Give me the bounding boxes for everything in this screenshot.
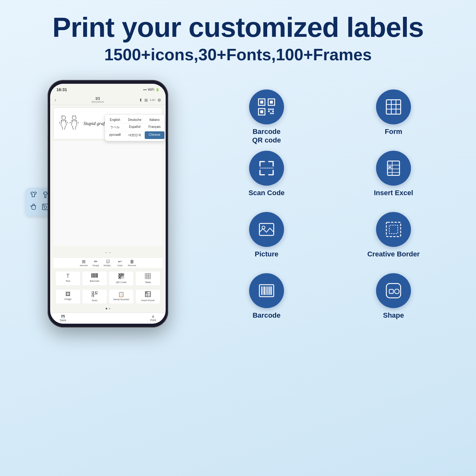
lang-english[interactable]: English xyxy=(105,116,125,123)
feature-creative-border: Creative Border xyxy=(336,212,451,267)
feature-label-scan-code: Scan Code xyxy=(248,189,285,197)
tool-barcode-label: Barcode xyxy=(90,280,99,282)
wifi-icon: WiFi xyxy=(148,88,154,91)
barcode-icon xyxy=(91,273,98,279)
svg-rect-31 xyxy=(122,278,123,278)
label-preview[interactable]: Stupid graffiti doll English Deutsche It… xyxy=(53,108,162,139)
svg-rect-78 xyxy=(266,286,266,295)
tool-barcode[interactable]: Barcode xyxy=(82,271,107,286)
feature-barcode-qr: BarcodeQR code xyxy=(209,89,324,144)
tool-serial[interactable]: 📋 Serial Number xyxy=(109,289,134,304)
barcode-qr-svg xyxy=(257,97,276,116)
feature-barcode2: Barcode xyxy=(209,273,324,328)
settings-icon[interactable]: ⚙ xyxy=(157,98,161,102)
signal-icon: ▪▪▪ xyxy=(143,88,147,91)
phone-side-btn3 xyxy=(48,139,48,150)
toolbar-empty[interactable]: ✏ Empty xyxy=(91,259,101,267)
svg-rect-81 xyxy=(269,286,271,295)
lang-japanese[interactable]: ラベル xyxy=(105,123,125,131)
toolbar-undo-label: Undo xyxy=(117,264,123,267)
tool-qrcode[interactable]: QR Code xyxy=(109,271,134,286)
feature-label-creative-border: Creative Border xyxy=(367,250,420,258)
status-icons: ▪▪▪ WiFi 🔋 xyxy=(143,88,159,91)
lang-deutsche[interactable]: Deutsche xyxy=(125,116,145,123)
lang-francais[interactable]: Français xyxy=(145,123,164,131)
feature-circle-scan-code xyxy=(249,151,284,186)
toolbar-row: ⊞ element ✏ Empty ☑ Multipli... xyxy=(53,257,162,268)
tool-excel[interactable]: Insert Excel xyxy=(135,289,161,304)
toolbar-undo[interactable]: ↩ Undo xyxy=(115,259,125,267)
toolbar-element[interactable]: ⊞ element xyxy=(79,259,89,267)
svg-rect-26 xyxy=(122,274,123,275)
copy-icon[interactable]: ⊞ xyxy=(144,98,148,102)
language-popup: English Deutsche Italiano ラベル Español Fr… xyxy=(105,114,165,141)
zoom-indicator: 1.0× xyxy=(150,98,155,102)
feature-scan-code: Scan Code xyxy=(209,151,324,206)
tool-text-label: Text xyxy=(66,280,70,282)
svg-rect-22 xyxy=(97,273,98,278)
nav-print[interactable]: 🖨 Print xyxy=(150,315,156,322)
feature-circle-shape xyxy=(376,273,411,308)
feature-label-barcode-qr: BarcodeQR code xyxy=(252,128,281,144)
svg-rect-80 xyxy=(268,286,269,295)
share-icon[interactable]: ⬆ xyxy=(139,98,142,102)
svg-rect-32 xyxy=(123,278,124,278)
toolbar-multipli[interactable]: ☑ Multipli... xyxy=(103,259,113,267)
tray-icon-shirt xyxy=(29,191,38,201)
tool-text[interactable]: T Text xyxy=(55,271,81,286)
svg-rect-65 xyxy=(387,161,400,175)
svg-rect-28 xyxy=(119,277,120,278)
feature-label-barcode2: Barcode xyxy=(253,311,281,320)
tool-image[interactable]: 🖼 Image xyxy=(55,289,81,304)
tool-scan[interactable]: Scan xyxy=(82,289,107,304)
feature-circle-picture xyxy=(249,212,284,247)
battery-icon: 🔋 xyxy=(155,88,159,91)
picture-svg xyxy=(257,220,276,239)
svg-rect-55 xyxy=(268,111,270,112)
doll-illustration xyxy=(58,114,80,133)
tools-row-1: T Text Barcode xyxy=(53,270,162,287)
svg-rect-79 xyxy=(267,286,268,295)
qrcode-icon xyxy=(118,273,124,280)
svg-rect-38 xyxy=(92,291,94,293)
svg-rect-84 xyxy=(389,289,393,294)
lang-espanol[interactable]: Español xyxy=(125,123,145,131)
toolbar-multipli-label: Multipli... xyxy=(103,264,112,267)
tool-table[interactable]: Table xyxy=(135,271,161,286)
svg-rect-30 xyxy=(123,276,123,277)
app-header: ‹ 1/1 40x20mm ⬆ ⊞ 1.0× ⚙ xyxy=(50,95,166,105)
svg-rect-19 xyxy=(95,273,95,278)
phone-time: 16:31 xyxy=(56,87,67,92)
feature-insert-excel: Insert Excel xyxy=(336,151,451,206)
svg-point-3 xyxy=(43,205,44,206)
page-wrapper: Print your customized labels 1500+icons,… xyxy=(0,0,476,476)
svg-rect-16 xyxy=(92,273,93,278)
insert-excel-svg xyxy=(384,159,403,178)
save-icon: 💾 xyxy=(61,315,65,318)
canvas-area: Stupid graffiti doll English Deutsche It… xyxy=(50,105,166,313)
serial-icon: 📋 xyxy=(118,291,124,297)
lang-italiano[interactable]: Italiano xyxy=(145,116,164,123)
empty-icon: ✏ xyxy=(94,259,98,264)
lang-russian[interactable]: русский xyxy=(105,131,125,139)
phone-screen: 16:31 ▪▪▪ WiFi 🔋 ‹ 1/1 40x20mm xyxy=(50,84,166,324)
empty-canvas xyxy=(53,141,162,246)
feature-picture: Picture xyxy=(209,212,324,267)
table-icon xyxy=(145,273,151,280)
svg-rect-53 xyxy=(270,109,272,110)
element-icon: ⊞ xyxy=(82,259,86,264)
multipli-icon: ☑ xyxy=(106,259,110,264)
nav-save[interactable]: 💾 Save xyxy=(60,315,66,322)
toolbar-remove[interactable]: 🗑 Remove xyxy=(127,259,137,267)
svg-rect-21 xyxy=(96,273,97,278)
expand-arrow[interactable]: ⌄⌄ xyxy=(53,248,162,255)
lang-chinese[interactable]: Chinese xyxy=(145,131,164,139)
back-icon[interactable]: ‹ xyxy=(55,97,56,103)
scan-code-svg xyxy=(257,159,276,178)
toolbar-element-label: element xyxy=(80,264,88,267)
excel-icon xyxy=(145,291,151,298)
form-svg xyxy=(384,97,403,116)
lang-korean[interactable]: 대한민국 xyxy=(125,131,145,139)
phone-container: 16:31 ▪▪▪ WiFi 🔋 ‹ 1/1 40x20mm xyxy=(19,80,197,327)
print-icon: 🖨 xyxy=(152,315,155,318)
